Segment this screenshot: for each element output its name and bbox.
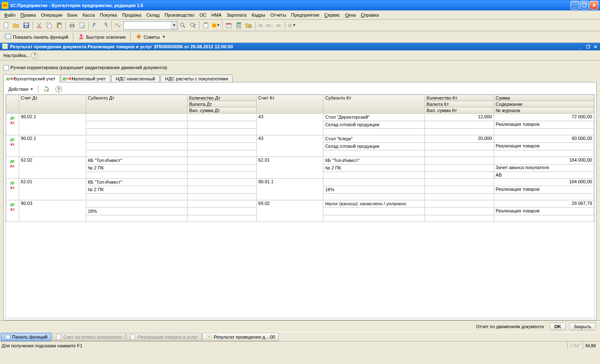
menu-файл[interactable]: Файл — [2, 12, 18, 18]
minimize-button[interactable]: _ — [570, 1, 579, 10]
tab-accounting[interactable]: ДтКт Бухгалтерский учет — [3, 75, 60, 82]
col-sum[interactable]: Сумма — [494, 95, 594, 101]
close-button[interactable]: Закрыть — [569, 323, 596, 330]
table-row[interactable]: ДтКт62.02КБ "Топ-Инвест"62.01КБ "Топ-Инв… — [6, 157, 594, 165]
diamond-icon — [135, 33, 142, 41]
link-icon[interactable] — [113, 21, 122, 30]
manual-edit-checkbox[interactable] — [3, 65, 9, 70]
col-currency-dt[interactable]: Валюта Дт — [188, 101, 257, 107]
tab-tax[interactable]: ДтнКт Налоговый учет — [61, 75, 110, 82]
col-currency-kt[interactable]: Валюта Кт — [425, 101, 494, 107]
col-valsum-kt[interactable]: Вал. сумма Кт — [425, 107, 494, 114]
calendar-icon[interactable] — [224, 21, 233, 30]
col-qty-dt[interactable]: Количество Дт — [188, 95, 257, 101]
cell-valdt — [188, 165, 257, 172]
svg-rect-7 — [48, 24, 51, 28]
cut-icon[interactable] — [35, 21, 44, 30]
ok-button[interactable]: OK — [550, 323, 566, 330]
print-icon[interactable] — [68, 21, 77, 30]
cell-content: Реализация товаров — [494, 186, 594, 194]
advice-button[interactable]: Советы ▼ — [132, 32, 168, 42]
cell-dt: 62.01 — [19, 179, 86, 200]
maximize-button[interactable]: ❐ — [580, 1, 589, 10]
col-journal[interactable]: № журнала — [494, 107, 594, 114]
open-icon[interactable] — [12, 21, 21, 30]
undo-icon[interactable] — [90, 21, 100, 30]
menu-кадры[interactable]: Кадры — [249, 12, 268, 18]
clipboard-icon[interactable] — [201, 21, 210, 30]
table-row[interactable]: ДтКт90.02.143Стол "Директорский"12,00072… — [6, 114, 594, 121]
secondary-toolbar: Показать панель функций Быстрое освоение… — [0, 31, 600, 43]
svg-rect-36 — [5, 335, 7, 339]
restore-doc-icon[interactable]: ❐ — [585, 44, 591, 50]
paste-icon[interactable] — [55, 21, 64, 30]
menu-нма[interactable]: НМА — [209, 12, 224, 18]
menu-склад[interactable]: Склад — [144, 12, 162, 18]
config-row: Настройка... ? — [0, 50, 600, 60]
menu-отчеты[interactable]: Отчеты — [268, 12, 289, 18]
cell-subkt: КБ "Топ-Инвест" — [323, 157, 425, 165]
actions-menu[interactable]: Действия ▼ — [6, 85, 35, 93]
menu-справка[interactable]: Справка — [358, 12, 381, 18]
save-icon[interactable] — [22, 21, 31, 30]
close-doc-icon[interactable]: ✕ — [592, 44, 598, 50]
new-doc-icon[interactable] — [2, 21, 11, 30]
menu-зарплата[interactable]: Зарплата — [224, 12, 249, 18]
svg-point-4 — [37, 27, 39, 28]
menu-правка[interactable]: Правка — [18, 12, 38, 18]
copy-icon[interactable] — [45, 21, 54, 30]
chevron-down-icon[interactable]: ▼ — [171, 22, 177, 29]
cell-vsumkt — [425, 129, 494, 135]
col-subconto-kt[interactable]: Субконто Кт — [323, 95, 425, 114]
table-row[interactable]: ДтКт90.0368.02Налог (взносы): начислено … — [6, 200, 594, 208]
search-combo[interactable]: ▼ — [123, 21, 178, 30]
menu-операции[interactable]: Операции — [38, 12, 65, 18]
help-icon[interactable]: ? — [31, 52, 38, 59]
col-valsum-dt[interactable]: Вал. сумма Дт — [188, 107, 257, 114]
table-row[interactable]: ДтКт90.02.143Стол "Клерк"20,00090 000,00 — [6, 135, 594, 143]
table-row[interactable]: ДтКт62.01КБ "Топ-Инвест"90.01.1184 000,0… — [6, 179, 594, 186]
menu-покупка[interactable]: Покупка — [98, 12, 120, 18]
col-account-kt[interactable]: Счет Кт — [256, 95, 323, 114]
task-sales[interactable]: Реализации товаров и услуг — [126, 333, 201, 341]
minimize-doc-icon[interactable]: _ — [578, 44, 583, 50]
1c-help-icon[interactable]: 1C▼ — [211, 21, 220, 30]
tab-vat-accrued[interactable]: НДС начисленный — [111, 75, 160, 82]
print-preview-icon[interactable] — [78, 21, 87, 30]
col-icon[interactable] — [6, 95, 19, 114]
task-panel-functions[interactable]: Панель функций — [1, 333, 51, 341]
menu-окна[interactable]: Окна — [342, 12, 358, 18]
task-invoice[interactable]: Счет на оплату покупателю — [52, 333, 125, 341]
menu-ос[interactable]: ОС — [197, 12, 209, 18]
help-icon[interactable]: ? — [53, 85, 64, 94]
col-subconto-dt[interactable]: Субконто Дт — [86, 95, 187, 114]
quick-learn-button[interactable]: Быстрое освоение — [75, 32, 129, 42]
folder-icon[interactable] — [244, 21, 253, 30]
show-panel-button[interactable]: Показать панель функций — [2, 32, 71, 42]
calculator-icon[interactable] — [234, 21, 243, 30]
cell-subkt3 — [323, 150, 425, 157]
cell-journal: АВ — [494, 172, 594, 179]
task-result[interactable]: Результат проведения д...:00 — [202, 333, 279, 341]
dk-icon: ДтКт — [6, 135, 19, 157]
report-link[interactable]: Отчет по движениям документа — [476, 324, 544, 329]
find-icon[interactable] — [178, 21, 188, 30]
redo-icon[interactable] — [100, 21, 110, 30]
entries-grid[interactable]: Счет Дт Субконто Дт Количество Дт Счет К… — [5, 94, 595, 318]
menu-предприятие[interactable]: Предприятие — [289, 12, 322, 18]
menu-банк[interactable]: Банк — [65, 12, 80, 18]
close-button[interactable]: ✕ — [590, 1, 598, 10]
settings-link[interactable]: Настройка... — [3, 53, 30, 58]
cell-valdt — [188, 121, 257, 129]
find-next-icon[interactable] — [188, 21, 198, 30]
tools-icon[interactable]: ▼ — [287, 21, 296, 30]
menu-сервис[interactable]: Сервис — [322, 12, 343, 18]
menu-продажа[interactable]: Продажа — [120, 12, 144, 18]
menu-касса[interactable]: Касса — [80, 12, 98, 18]
menu-производство[interactable]: Производство — [162, 12, 197, 18]
refresh-icon[interactable] — [41, 85, 52, 94]
col-content[interactable]: Содержание — [494, 101, 594, 107]
col-qty-kt[interactable]: Количество Кт — [425, 95, 494, 101]
tab-vat-settlements[interactable]: НДС расчеты с покупателями — [160, 75, 232, 82]
col-account-dt[interactable]: Счет Дт — [19, 95, 86, 114]
